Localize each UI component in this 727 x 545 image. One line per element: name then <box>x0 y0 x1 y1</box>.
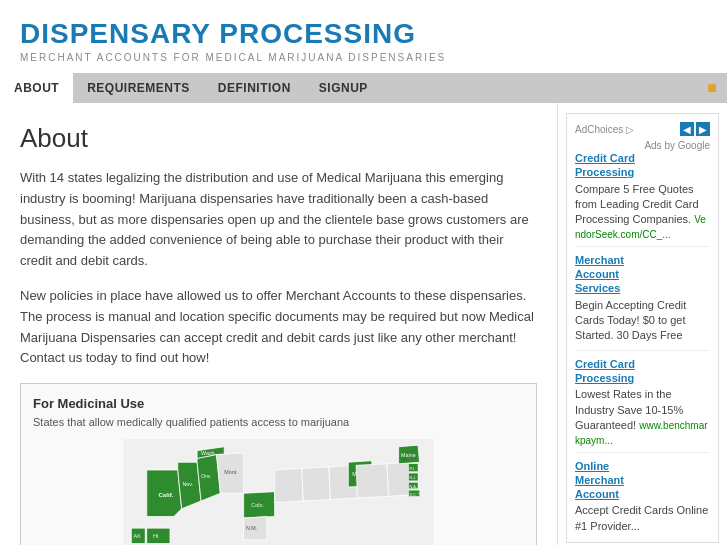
nav-signup[interactable]: SIGNUP <box>305 73 382 103</box>
ad-divider-3 <box>575 452 710 453</box>
nav-requirements[interactable]: REQUIREMENTS <box>73 73 204 103</box>
svg-text:Ore.: Ore. <box>201 472 212 478</box>
site-subtitle: MERCHANT ACCOUNTS FOR MEDICAL MARIJUANA … <box>20 52 707 63</box>
ad-1-text: Compare 5 Free Quotes from Leading Credi… <box>575 183 699 226</box>
content-para-1: With 14 states legalizing the distributi… <box>20 168 537 272</box>
sidebar: AdChoices ▷ ◀ ▶ Ads by Google Credit Car… <box>557 103 727 545</box>
ad-3-link[interactable]: Credit CardProcessing <box>575 357 710 386</box>
ad-item-4: OnlineMerchantAccount Accept Credit Card… <box>575 459 710 535</box>
svg-rect-32 <box>147 528 170 544</box>
page-title: About <box>20 123 537 154</box>
svg-text:N.A.: N.A. <box>409 483 417 488</box>
site-title: DISPENSARY PROCESSING <box>20 18 707 50</box>
svg-text:Wash.: Wash. <box>201 449 217 455</box>
svg-text:Colo.: Colo. <box>251 502 264 508</box>
nav-bar: ABOUT REQUIREMENTS DEFINITION SIGNUP ■ <box>0 73 727 103</box>
nav-definition[interactable]: DEFINITION <box>204 73 305 103</box>
svg-text:D.C.*: D.C.* <box>409 491 419 496</box>
adchoices-label: AdChoices ▷ <box>575 124 634 135</box>
ad-2-text: Begin Accepting Credit Cards Today! $0 t… <box>575 299 686 342</box>
ad-item-2: MerchantAccountServices Begin Accepting … <box>575 253 710 344</box>
svg-text:AK: AK <box>134 533 142 539</box>
svg-text:N.M.: N.M. <box>246 525 258 531</box>
us-map-svg: Calif. Nev. Ore. Wash. Mont. Colo. <box>33 439 524 545</box>
svg-text:HI: HI <box>153 533 158 539</box>
svg-text:Calif.: Calif. <box>158 491 173 498</box>
content-para-2: New policies in place have allowed us to… <box>20 286 537 369</box>
svg-text:R.I.: R.I. <box>409 466 415 471</box>
svg-text:Mont.: Mont. <box>224 468 238 474</box>
ad-prev-btn[interactable]: ◀ <box>680 122 694 136</box>
rss-icon[interactable]: ■ <box>697 73 727 103</box>
svg-marker-20 <box>356 463 389 497</box>
svg-marker-16 <box>302 466 331 500</box>
ad-item-1: Credit CardProcessing Compare 5 Free Quo… <box>575 151 710 240</box>
svg-marker-21 <box>387 462 412 496</box>
svg-text:N.J.: N.J. <box>409 475 416 480</box>
us-map-container: Calif. Nev. Ore. Wash. Mont. Colo. <box>33 439 524 545</box>
ad-2-link[interactable]: MerchantAccountServices <box>575 253 710 296</box>
nav-about[interactable]: ABOUT <box>0 73 73 103</box>
ad-4-link[interactable]: OnlineMerchantAccount <box>575 459 710 502</box>
map-box-subtitle: States that allow medically qualified pa… <box>33 415 524 430</box>
svg-text:Vt.: Vt. <box>403 456 409 461</box>
ad-next-btn[interactable]: ▶ <box>696 122 710 136</box>
ad-block: AdChoices ▷ ◀ ▶ Ads by Google Credit Car… <box>566 113 719 543</box>
ads-by-google: Ads by Google <box>575 140 710 151</box>
ad-4-text: Accept Credit Cards Online #1 Provider..… <box>575 504 708 531</box>
ad-divider-2 <box>575 350 710 351</box>
nav-links: ABOUT REQUIREMENTS DEFINITION SIGNUP <box>0 73 382 103</box>
svg-text:Nev.: Nev. <box>182 480 193 486</box>
map-box: For Medicinal Use States that allow medi… <box>20 383 537 545</box>
svg-marker-15 <box>275 468 304 502</box>
ad-1-link[interactable]: Credit CardProcessing <box>575 151 710 180</box>
ad-divider-1 <box>575 246 710 247</box>
map-box-title: For Medicinal Use <box>33 396 524 411</box>
ad-item-3: Credit CardProcessing Lowest Rates in th… <box>575 357 710 446</box>
